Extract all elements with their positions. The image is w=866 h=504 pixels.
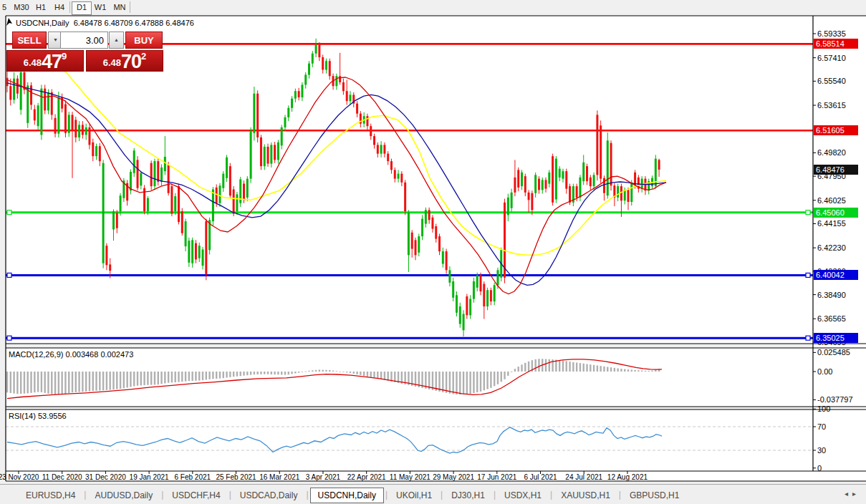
price-axis-tick: 6.59335: [817, 29, 846, 38]
rsi-axis-tick: 70: [817, 422, 826, 431]
price-axis-tick: 6.55540: [817, 77, 846, 85]
date-axis-label: 24 Jul 2021: [565, 473, 602, 481]
tab-scroll-left-icon[interactable]: ◂: [845, 490, 852, 498]
ohlc-open: 6.48478: [74, 19, 102, 27]
price-badge-6.35025: 6.35025: [814, 333, 858, 343]
price-badge-6.40042: 6.40042: [814, 270, 858, 280]
price-badge-6.58514: 6.58514: [814, 39, 858, 49]
tab-separator: |: [304, 490, 309, 500]
line-handle[interactable]: [7, 210, 11, 215]
price-axis-tick: 6.49820: [817, 148, 846, 157]
price-axis-tick: 6.44155: [817, 219, 846, 228]
date-axis-label: 22 Apr 2021: [347, 473, 386, 481]
price-chart-canvas[interactable]: [0, 0, 866, 504]
line-handle[interactable]: [806, 336, 810, 340]
tab-xauusd-h1[interactable]: XAUUSD,H1: [554, 488, 617, 503]
date-axis-label: 19 Jan 2021: [130, 473, 169, 481]
rsi-label: RSI(14) 53.9556: [9, 412, 67, 420]
trading-app-window: 5M30H1H4D1W1MN USDCNH,Daily 6.48478 6.48…: [0, 0, 866, 504]
tab-separator: |: [160, 490, 165, 500]
tab-dj30-h1[interactable]: DJ30,H1: [444, 488, 492, 503]
line-handle[interactable]: [7, 336, 11, 340]
rsi-axis-tick: 100: [817, 404, 830, 413]
line-handle[interactable]: [7, 273, 11, 277]
price-axis-tick: 6.38490: [817, 291, 846, 299]
date-axis-label: 17 Jun 2021: [477, 473, 516, 481]
macd-axis-tick: 0.025485: [817, 348, 850, 357]
tab-ukoil-h1[interactable]: UKOil,H1: [389, 488, 439, 503]
sell-price-panel[interactable]: 6.48479: [6, 50, 84, 72]
price-axis-tick: 6.36565: [817, 314, 846, 323]
date-axis-label: 29 May 2021: [433, 473, 474, 481]
buy-price-big: 70: [121, 51, 141, 72]
rsi-axis-tick: 0: [817, 464, 822, 472]
date-axis-label: 16 Mar 2021: [259, 473, 299, 481]
chart-title: USDCNH,Daily 6.48478 6.48709 6.47888 6.4…: [16, 19, 194, 27]
price-axis-tick: 6.42230: [817, 243, 846, 252]
buy-button[interactable]: BUY: [125, 32, 163, 49]
line-handle[interactable]: [806, 210, 810, 215]
date-axis-label: 6 Jul 2021: [524, 473, 557, 481]
date-axis-label: 12 Aug 2021: [607, 473, 648, 481]
price-axis-tick: 6.53615: [817, 101, 846, 110]
tab-separator: |: [439, 490, 444, 500]
buy-price-panel[interactable]: 6.48702: [86, 50, 163, 72]
date-axis-label: 23 Nov 2020: [0, 473, 39, 481]
tab-usdcad-daily[interactable]: USDCAD,Daily: [233, 488, 305, 503]
date-axis-label: 11 May 2021: [390, 473, 430, 481]
date-axis-label: 11 Dec 2020: [42, 473, 82, 481]
macd-axis-tick: 0.00: [817, 367, 832, 376]
volume-step-up-button[interactable]: ▲: [109, 32, 124, 49]
price-axis-tick: 6.57410: [817, 54, 846, 62]
line-handle[interactable]: [806, 273, 810, 277]
tab-usdchf-h4[interactable]: USDCHF,H4: [165, 488, 227, 503]
tab-scroll-right-icon[interactable]: ▸: [852, 490, 860, 498]
sell-button[interactable]: SELL: [12, 32, 47, 49]
tab-separator: |: [228, 490, 233, 500]
ohlc-low: 6.47888: [135, 19, 163, 27]
date-axis-label: 25 Feb 2021: [216, 473, 256, 481]
tab-separator: |: [549, 490, 554, 500]
triangle-down-icon: ▼: [53, 37, 58, 42]
macd-axis-tick: -0.037797: [817, 395, 853, 404]
price-axis-tick: 6.46025: [817, 196, 846, 205]
sell-price-small: 6.48: [24, 57, 42, 68]
price-badge-6.51605: 6.51605: [814, 125, 858, 135]
price-badge-6.48476: 6.48476: [814, 165, 858, 175]
buy-price-small: 6.48: [103, 57, 121, 68]
tab-separator: |: [492, 490, 497, 500]
ohlc-close: 6.48476: [165, 19, 194, 27]
macd-label: MACD(12,26,9) 0.003468 0.002473: [9, 350, 133, 359]
tab-usdx-h1[interactable]: USDX,H1: [497, 488, 549, 503]
sell-price-big: 47: [42, 51, 62, 72]
symbol-tab-bar: EURUSD,H4|AUDUSD,Daily|USDCHF,H4|USDCAD,…: [0, 484, 866, 504]
tab-audusd-daily[interactable]: AUDUSD,Daily: [87, 488, 160, 503]
tab-usdcnh-daily[interactable]: USDCNH,Daily: [310, 488, 384, 503]
date-axis-label: 6 Feb 2021: [175, 473, 211, 481]
tab-separator: |: [82, 490, 87, 500]
sell-price-sup: 9: [62, 51, 67, 62]
cursor-arrow-icon: [6, 18, 14, 26]
tab-separator: |: [617, 490, 622, 500]
tab-scroll-arrows[interactable]: ◂▸: [845, 490, 860, 498]
volume-input[interactable]: [60, 32, 108, 49]
ohlc-high: 6.48709: [105, 19, 133, 27]
date-axis-label: 31 Dec 2020: [85, 473, 126, 481]
tab-gbpusd-h1[interactable]: GBPUSD,H1: [622, 488, 686, 503]
tab-eurusd-h4[interactable]: EURUSD,H4: [19, 488, 82, 503]
price-badge-6.45060: 6.45060: [814, 208, 858, 218]
chart-symbol-label: USDCNH,Daily: [16, 19, 69, 27]
rsi-axis-tick: 30: [817, 446, 826, 455]
buy-price-sup: 2: [141, 51, 146, 62]
date-axis-label: 3 Apr 2021: [306, 473, 340, 481]
tab-separator: |: [384, 490, 389, 500]
triangle-up-icon: ▲: [114, 37, 119, 42]
